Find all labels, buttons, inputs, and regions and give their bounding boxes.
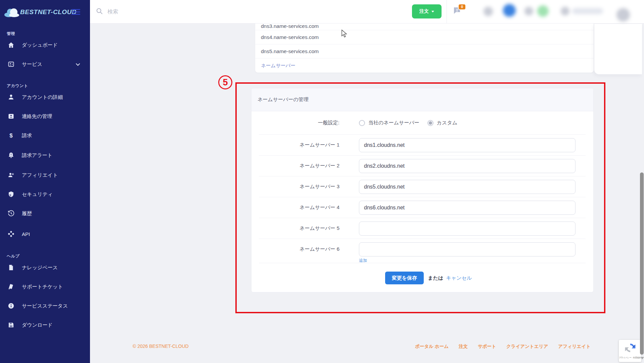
topbar: 注文 0 [90, 0, 644, 24]
sidebar-item-api[interactable]: API [0, 227, 90, 241]
home-icon [7, 41, 15, 49]
scrollbar-thumb[interactable] [640, 172, 644, 355]
notifications-button[interactable]: 0 [453, 6, 468, 19]
sidebar-item-service-status[interactable]: サービスステータス [0, 298, 90, 313]
nameserver-2-row: ネームサーバー 2 [259, 156, 586, 176]
sidebar-item-services[interactable]: サービス [0, 57, 90, 72]
id-card-icon [7, 61, 15, 68]
nameserver-management-card: ネームサーバーの管理 一般設定: 当社のネームサーバー カスタム ネームサーバー… [251, 88, 594, 292]
user-menu-blurred[interactable] [476, 0, 634, 24]
field-label: ネームサーバー 6 [259, 246, 339, 252]
sidebar-item-label: 請求アラート [22, 152, 52, 159]
sidebar-item-billing-alerts[interactable]: 請求アラート [0, 148, 90, 163]
footer-link-portal-home[interactable]: ポータル ホーム [415, 344, 449, 350]
nameserver-2-input[interactable] [359, 159, 576, 173]
svg-text:$: $ [9, 132, 13, 139]
logo-row: BESTNET-CLOUD [0, 0, 90, 26]
annotation-number-5: 5 [218, 75, 232, 89]
blurred-icon [537, 5, 549, 17]
open-dropdown-panel-blurred [594, 24, 642, 74]
cloud-logo-icon [4, 7, 19, 17]
nameserver-3-row: ネームサーバー 3 [259, 176, 586, 197]
sidebar-item-account-details[interactable]: アカウントの詳細 [0, 90, 90, 105]
avatar [616, 8, 630, 22]
sidebar-item-security[interactable]: セキュリティ [0, 187, 90, 202]
contact-card-icon [7, 113, 15, 120]
sidebar-item-label: ダッシュボード [22, 42, 58, 48]
footer-link-client-area[interactable]: クライアントエリア [506, 344, 548, 350]
sidebar: BESTNET-CLOUD 管理 ダッシュボード サービス アカウント アカウン… [0, 0, 90, 363]
user-plus-icon [7, 171, 15, 179]
sidebar-item-label: ナレッジベース [22, 265, 58, 271]
api-icon [7, 230, 15, 238]
section-label-account: アカウント [7, 83, 28, 89]
search-icon [96, 8, 103, 16]
nameserver-1-row: ネームサーバー 1 [259, 135, 586, 156]
blurred-icon [561, 7, 569, 15]
footer-link-order[interactable]: 注文 [459, 344, 468, 350]
nameserver-row: dns5.name-services.com [255, 44, 594, 58]
card-title: ネームサーバーの管理 [251, 88, 593, 111]
info-icon [7, 302, 15, 310]
add-link[interactable]: 追加 [359, 258, 367, 264]
nameserver-5-row: ネームサーバー 5 [259, 218, 586, 239]
nameserver-3-input[interactable] [359, 180, 576, 194]
topbar-divider [447, 0, 447, 24]
nameserver-1-input[interactable] [359, 138, 576, 152]
sidebar-item-label: サポートチケット [22, 284, 63, 290]
sidebar-item-dashboard[interactable]: ダッシュボード [0, 38, 90, 52]
document-icon [7, 264, 15, 271]
section-label-management: 管理 [7, 31, 15, 37]
nameserver-4-row: ネームサーバー 4 [259, 197, 586, 218]
sidebar-item-knowledgebase[interactable]: ナレッジベース [0, 260, 90, 275]
nameserver-4-input[interactable] [359, 201, 576, 215]
or-text: または [428, 275, 443, 281]
nameserver-6-input[interactable] [359, 242, 576, 256]
sidebar-item-label: API [22, 231, 30, 237]
copyright-text: © 2026 BESTNET-CLOUD [133, 344, 189, 349]
chevron-down-icon [431, 11, 434, 12]
sidebar-item-label: サービスステータス [22, 303, 68, 309]
footer-link-affiliates[interactable]: アフィリエイト [558, 344, 591, 350]
save-changes-button[interactable]: 変更を保存 [385, 272, 424, 284]
sidebar-item-billing[interactable]: $ 請求 [0, 128, 90, 143]
download-icon [7, 321, 15, 329]
recaptcha-label: プライバシー - 利用規約 [619, 356, 641, 359]
cancel-link[interactable]: キャンセル [446, 275, 472, 281]
nameserver-6-row: ネームサーバー 6 追加 [259, 239, 586, 263]
nameservers-link[interactable]: ネームサーバー [261, 63, 295, 68]
form-actions-row: 変更を保存 または キャンセル [259, 263, 586, 293]
sidebar-item-contacts[interactable]: 連絡先の管理 [0, 109, 90, 124]
order-button[interactable]: 注文 [412, 4, 442, 18]
dollar-icon: $ [7, 132, 15, 139]
sidebar-item-downloads[interactable]: ダウンロード [0, 318, 90, 332]
blurred-icon [524, 7, 533, 15]
radio-label[interactable]: カスタム [437, 120, 457, 126]
order-button-label: 注文 [419, 8, 429, 14]
sidebar-item-affiliates[interactable]: アフィリエイト [0, 168, 90, 183]
nameserver-5-input[interactable] [359, 221, 576, 236]
radio-label[interactable]: 当社のネームサーバー [368, 120, 419, 126]
search-input[interactable] [107, 9, 248, 15]
hamburger-menu-icon[interactable] [72, 9, 80, 16]
sidebar-item-history[interactable]: 履歴 [0, 206, 90, 221]
notification-badge: 0 [458, 4, 466, 10]
radio-custom[interactable] [427, 120, 433, 126]
nameserver-row: dns4.name-services.com [255, 30, 594, 44]
field-label: ネームサーバー 1 [259, 142, 339, 148]
blurred-flag-icon [503, 4, 516, 17]
recaptcha-logo-icon [624, 342, 636, 354]
footer-link-support[interactable]: サポート [478, 344, 496, 350]
sidebar-item-label: 履歴 [22, 210, 32, 217]
shield-icon [7, 191, 15, 198]
blurred-icon [484, 7, 493, 16]
radio-default-nameservers[interactable] [359, 120, 365, 126]
user-icon [7, 93, 15, 101]
sidebar-item-support-tickets[interactable]: サポートチケット [0, 279, 90, 294]
scrollbar-down-arrow[interactable] [641, 357, 644, 359]
chevron-down-icon [76, 61, 80, 67]
sidebar-item-label: アフィリエイト [22, 172, 58, 178]
sidebar-item-label: ダウンロード [22, 322, 53, 328]
sidebar-item-label: 請求 [22, 132, 32, 139]
recaptcha-badge[interactable]: プライバシー - 利用規約 [619, 340, 641, 362]
